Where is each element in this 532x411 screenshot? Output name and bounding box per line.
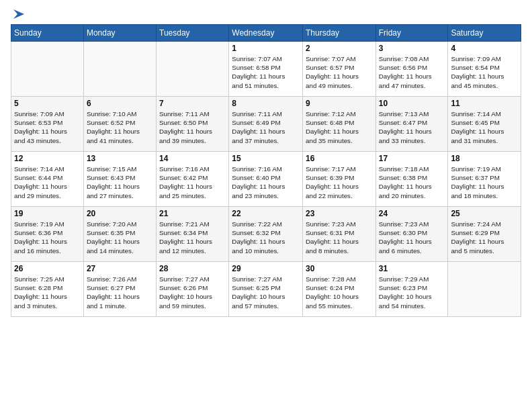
- calendar-cell: 31Sunrise: 7:29 AM Sunset: 6:23 PM Dayli…: [375, 262, 448, 317]
- calendar-cell: 4Sunrise: 7:09 AM Sunset: 6:54 PM Daylig…: [448, 42, 521, 97]
- day-number: 15: [232, 154, 300, 163]
- day-number: 3: [379, 44, 445, 53]
- day-info: Sunrise: 7:16 AM Sunset: 6:42 PM Dayligh…: [159, 165, 226, 200]
- day-info: Sunrise: 7:23 AM Sunset: 6:30 PM Dayligh…: [379, 220, 445, 255]
- calendar-week-row: 26Sunrise: 7:25 AM Sunset: 6:28 PM Dayli…: [11, 262, 521, 317]
- day-info: Sunrise: 7:19 AM Sunset: 6:36 PM Dayligh…: [14, 220, 81, 255]
- header-sunday: Sunday: [11, 25, 84, 42]
- day-number: 20: [87, 209, 153, 218]
- day-info: Sunrise: 7:22 AM Sunset: 6:32 PM Dayligh…: [232, 220, 300, 255]
- calendar-table: Sunday Monday Tuesday Wednesday Thursday…: [11, 24, 521, 317]
- header-saturday: Saturday: [448, 25, 521, 42]
- day-info: Sunrise: 7:07 AM Sunset: 6:58 PM Dayligh…: [232, 54, 300, 90]
- day-info: Sunrise: 7:14 AM Sunset: 6:45 PM Dayligh…: [451, 109, 518, 145]
- day-info: Sunrise: 7:27 AM Sunset: 6:26 PM Dayligh…: [159, 275, 226, 310]
- header-thursday: Thursday: [303, 25, 376, 42]
- calendar-cell: 26Sunrise: 7:25 AM Sunset: 6:28 PM Dayli…: [11, 262, 84, 317]
- day-info: Sunrise: 7:16 AM Sunset: 6:40 PM Dayligh…: [232, 165, 300, 200]
- calendar-cell: 14Sunrise: 7:16 AM Sunset: 6:42 PM Dayli…: [157, 152, 229, 207]
- calendar-cell: [11, 42, 84, 97]
- day-number: 25: [451, 209, 518, 218]
- day-number: 5: [14, 99, 81, 108]
- day-number: 1: [232, 44, 300, 53]
- calendar-cell: 2Sunrise: 7:07 AM Sunset: 6:57 PM Daylig…: [303, 42, 376, 97]
- logo: [11, 7, 27, 19]
- calendar-cell: 30Sunrise: 7:28 AM Sunset: 6:24 PM Dayli…: [303, 262, 376, 317]
- calendar-cell: 10Sunrise: 7:13 AM Sunset: 6:47 PM Dayli…: [375, 97, 448, 152]
- day-number: 2: [306, 44, 373, 53]
- day-number: 24: [379, 209, 445, 218]
- calendar-header-row: Sunday Monday Tuesday Wednesday Thursday…: [11, 25, 521, 42]
- day-info: Sunrise: 7:20 AM Sunset: 6:35 PM Dayligh…: [87, 220, 153, 255]
- day-info: Sunrise: 7:27 AM Sunset: 6:25 PM Dayligh…: [232, 275, 300, 310]
- day-number: 12: [14, 154, 81, 163]
- calendar-cell: 17Sunrise: 7:18 AM Sunset: 6:38 PM Dayli…: [375, 152, 448, 207]
- calendar-cell: 5Sunrise: 7:09 AM Sunset: 6:53 PM Daylig…: [11, 97, 84, 152]
- page: Sunday Monday Tuesday Wednesday Thursday…: [0, 0, 532, 411]
- calendar-cell: 1Sunrise: 7:07 AM Sunset: 6:58 PM Daylig…: [229, 42, 303, 97]
- calendar-cell: 12Sunrise: 7:14 AM Sunset: 6:44 PM Dayli…: [11, 152, 84, 207]
- day-info: Sunrise: 7:26 AM Sunset: 6:27 PM Dayligh…: [87, 275, 153, 310]
- day-number: 26: [14, 264, 81, 273]
- day-number: 30: [306, 264, 373, 273]
- day-info: Sunrise: 7:09 AM Sunset: 6:54 PM Dayligh…: [451, 54, 518, 90]
- calendar-cell: 25Sunrise: 7:24 AM Sunset: 6:29 PM Dayli…: [448, 207, 521, 262]
- calendar-cell: [83, 42, 156, 97]
- day-info: Sunrise: 7:13 AM Sunset: 6:47 PM Dayligh…: [379, 109, 445, 145]
- svg-marker-0: [13, 9, 24, 19]
- day-info: Sunrise: 7:09 AM Sunset: 6:53 PM Dayligh…: [14, 109, 81, 145]
- day-info: Sunrise: 7:25 AM Sunset: 6:28 PM Dayligh…: [14, 275, 81, 310]
- day-number: 7: [159, 99, 226, 108]
- calendar-cell: 15Sunrise: 7:16 AM Sunset: 6:40 PM Dayli…: [229, 152, 303, 207]
- day-number: 29: [232, 264, 300, 273]
- calendar-cell: 20Sunrise: 7:20 AM Sunset: 6:35 PM Dayli…: [83, 207, 156, 262]
- day-info: Sunrise: 7:17 AM Sunset: 6:39 PM Dayligh…: [306, 165, 373, 200]
- day-info: Sunrise: 7:10 AM Sunset: 6:52 PM Dayligh…: [87, 109, 153, 145]
- day-info: Sunrise: 7:18 AM Sunset: 6:38 PM Dayligh…: [379, 165, 445, 200]
- day-info: Sunrise: 7:19 AM Sunset: 6:37 PM Dayligh…: [451, 165, 518, 200]
- header-tuesday: Tuesday: [157, 25, 229, 42]
- day-info: Sunrise: 7:28 AM Sunset: 6:24 PM Dayligh…: [306, 275, 373, 310]
- day-number: 14: [159, 154, 226, 163]
- day-number: 28: [159, 264, 226, 273]
- logo-icon: [12, 7, 27, 21]
- day-number: 21: [159, 209, 226, 218]
- calendar-week-row: 1Sunrise: 7:07 AM Sunset: 6:58 PM Daylig…: [11, 42, 521, 97]
- day-number: 4: [451, 44, 518, 53]
- day-number: 11: [451, 99, 518, 108]
- calendar-cell: 24Sunrise: 7:23 AM Sunset: 6:30 PM Dayli…: [375, 207, 448, 262]
- calendar-week-row: 5Sunrise: 7:09 AM Sunset: 6:53 PM Daylig…: [11, 97, 521, 152]
- calendar-cell: [157, 42, 229, 97]
- header-friday: Friday: [375, 25, 448, 42]
- calendar-cell: 21Sunrise: 7:21 AM Sunset: 6:34 PM Dayli…: [157, 207, 229, 262]
- day-info: Sunrise: 7:24 AM Sunset: 6:29 PM Dayligh…: [451, 220, 518, 255]
- day-info: Sunrise: 7:11 AM Sunset: 6:49 PM Dayligh…: [232, 109, 300, 145]
- day-number: 16: [306, 154, 373, 163]
- calendar-cell: 19Sunrise: 7:19 AM Sunset: 6:36 PM Dayli…: [11, 207, 84, 262]
- day-number: 19: [14, 209, 81, 218]
- header-wednesday: Wednesday: [229, 25, 303, 42]
- calendar-cell: 6Sunrise: 7:10 AM Sunset: 6:52 PM Daylig…: [83, 97, 156, 152]
- day-info: Sunrise: 7:21 AM Sunset: 6:34 PM Dayligh…: [159, 220, 226, 255]
- calendar-cell: 16Sunrise: 7:17 AM Sunset: 6:39 PM Dayli…: [303, 152, 376, 207]
- day-info: Sunrise: 7:23 AM Sunset: 6:31 PM Dayligh…: [306, 220, 373, 255]
- day-number: 17: [379, 154, 445, 163]
- calendar-cell: 23Sunrise: 7:23 AM Sunset: 6:31 PM Dayli…: [303, 207, 376, 262]
- day-number: 9: [306, 99, 373, 108]
- day-number: 31: [379, 264, 445, 273]
- calendar-cell: 27Sunrise: 7:26 AM Sunset: 6:27 PM Dayli…: [83, 262, 156, 317]
- header: [11, 7, 521, 19]
- calendar-cell: 3Sunrise: 7:08 AM Sunset: 6:56 PM Daylig…: [375, 42, 448, 97]
- day-number: 8: [232, 99, 300, 108]
- day-info: Sunrise: 7:12 AM Sunset: 6:48 PM Dayligh…: [306, 109, 373, 145]
- day-info: Sunrise: 7:08 AM Sunset: 6:56 PM Dayligh…: [379, 54, 445, 90]
- calendar-cell: 29Sunrise: 7:27 AM Sunset: 6:25 PM Dayli…: [229, 262, 303, 317]
- calendar-cell: 28Sunrise: 7:27 AM Sunset: 6:26 PM Dayli…: [157, 262, 229, 317]
- day-number: 22: [232, 209, 300, 218]
- day-info: Sunrise: 7:14 AM Sunset: 6:44 PM Dayligh…: [14, 165, 81, 200]
- day-info: Sunrise: 7:07 AM Sunset: 6:57 PM Dayligh…: [306, 54, 373, 90]
- day-info: Sunrise: 7:29 AM Sunset: 6:23 PM Dayligh…: [379, 275, 445, 310]
- day-number: 27: [87, 264, 153, 273]
- day-info: Sunrise: 7:11 AM Sunset: 6:50 PM Dayligh…: [159, 109, 226, 145]
- day-number: 18: [451, 154, 518, 163]
